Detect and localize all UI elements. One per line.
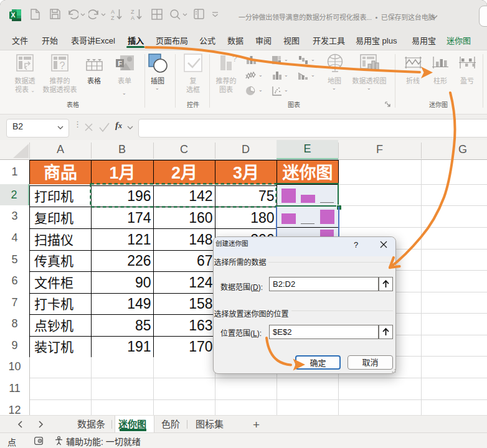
svg-text:X: X xyxy=(11,11,15,19)
svg-text:A: A xyxy=(111,9,115,15)
svg-text:Z: Z xyxy=(111,15,115,21)
svg-text:F: F xyxy=(118,60,122,67)
svg-text:A: A xyxy=(131,15,135,21)
svg-text:?: ? xyxy=(60,60,65,71)
svg-text:Z: Z xyxy=(131,9,135,15)
svg-text:?: ? xyxy=(232,54,237,63)
